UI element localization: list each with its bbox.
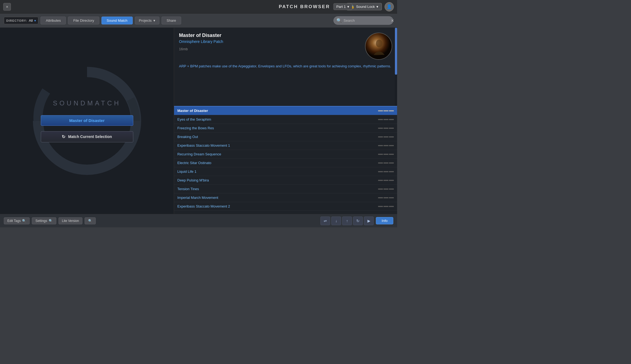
result-bar	[389, 180, 394, 181]
loop-button[interactable]: ↻	[353, 216, 363, 225]
zoom-button[interactable]: 🔍	[85, 217, 96, 224]
previous-button[interactable]: ↓	[331, 216, 341, 225]
result-name: Master of Disaster	[177, 109, 378, 113]
tab-sound-match[interactable]: Sound Match	[101, 17, 133, 24]
result-item[interactable]: Tension Tines	[174, 185, 397, 193]
info-scrollbar[interactable]	[395, 28, 397, 106]
result-bar	[389, 197, 394, 198]
app-title: PATCH BROWSER	[279, 4, 330, 10]
shuffle-icon: ⇌	[324, 219, 327, 223]
result-similarity-bars	[378, 206, 394, 207]
projects-button[interactable]: Projects ▾	[135, 17, 159, 24]
toolbar: DIRECTORY: All ▾ Attributes File Directo…	[0, 14, 397, 28]
result-bar	[383, 206, 388, 207]
title-center: PATCH BROWSER Part 1 ▾	[279, 3, 352, 10]
result-similarity-bars	[378, 119, 394, 120]
current-patch-button[interactable]: Master of Disaster	[41, 115, 133, 126]
result-bar	[389, 110, 394, 111]
next-button[interactable]: ↑	[342, 216, 352, 225]
right-panel: Master of Disaster Omnisphere Library Pa…	[174, 28, 397, 214]
chevron-down-icon: ▾	[347, 5, 349, 9]
result-item[interactable]: Master of Disaster	[174, 106, 397, 115]
result-bar	[383, 110, 388, 111]
search-box: 🔍 ✕	[333, 16, 393, 25]
result-name: Experibass Staccato Movement 2	[177, 204, 378, 208]
patch-type: Omnisphere Library Patch	[179, 39, 223, 44]
result-bar	[383, 154, 388, 155]
match-current-selection-button[interactable]: ↻ Match Current Selection	[41, 131, 133, 142]
result-item[interactable]: Electric Sitar Ostinato	[174, 159, 397, 167]
avatar[interactable]: 👤	[385, 2, 394, 11]
result-item[interactable]: Breaking Out	[174, 133, 397, 141]
result-bar	[378, 206, 383, 207]
result-bar	[378, 154, 383, 155]
result-similarity-bars	[378, 136, 394, 137]
soundmatch-label: SOUNDMATCH	[53, 99, 121, 107]
result-item[interactable]: Experibass Staccato Movement 2	[174, 202, 397, 211]
result-similarity-bars	[378, 171, 394, 172]
soundmatch-panel: SOUNDMATCH Master of Disaster ↻ Match Cu…	[0, 28, 174, 214]
result-bar	[378, 110, 383, 111]
info-button[interactable]: Info	[376, 217, 393, 224]
result-item[interactable]: Liquid Life 1	[174, 167, 397, 176]
result-bar	[383, 145, 388, 146]
result-bar	[378, 119, 383, 120]
result-item[interactable]: Imperial March Movement	[174, 193, 397, 202]
part-selector[interactable]: Part 1 ▾	[333, 3, 352, 10]
refresh-icon: ↻	[62, 134, 65, 139]
result-similarity-bars	[378, 180, 394, 181]
play-button[interactable]: ▶	[364, 216, 374, 225]
close-button[interactable]: ×	[3, 3, 11, 11]
result-similarity-bars	[378, 145, 394, 146]
results-list[interactable]: Master of DisasterEyes of the SeraphimFr…	[174, 106, 397, 214]
tab-file-directory[interactable]: File Directory	[68, 17, 99, 24]
result-name: Breaking Out	[177, 135, 378, 139]
result-similarity-bars	[378, 110, 394, 111]
lite-version-button[interactable]: Lite Version	[58, 217, 83, 224]
search-input[interactable]	[344, 18, 389, 23]
result-bar	[383, 162, 388, 164]
patch-info-header: Master of Disaster Omnisphere Library Pa…	[179, 33, 392, 60]
settings-button[interactable]: Settings 🔍	[32, 217, 56, 224]
result-item[interactable]: Deep Pulsing M'bira	[174, 176, 397, 185]
loop-icon: ↻	[356, 219, 360, 223]
directory-selector[interactable]: DIRECTORY: All ▾	[4, 17, 38, 24]
result-bar	[378, 162, 383, 164]
result-bar	[389, 119, 394, 120]
share-button[interactable]: Share	[162, 17, 181, 24]
result-name: Eyes of the Seraphim	[177, 117, 378, 121]
zoom-icon: 🔍	[88, 219, 92, 223]
gear-icon: 🔍	[49, 219, 53, 223]
result-name: Freezing the Bows Res	[177, 126, 378, 130]
result-name: Liquid Life 1	[177, 170, 378, 174]
patch-size: 16mb	[179, 47, 223, 51]
result-bar	[389, 171, 394, 172]
patch-name: Master of Disaster	[179, 33, 223, 38]
result-item[interactable]: Freezing the Bows Res	[174, 124, 397, 133]
chevron-down-icon: ▾	[376, 5, 378, 9]
result-name: Magnetic Aura	[177, 213, 378, 214]
result-bar	[378, 171, 383, 172]
result-bar	[389, 136, 394, 137]
result-item[interactable]: Experibass Staccato Movement 1	[174, 141, 397, 150]
main-content: SOUNDMATCH Master of Disaster ↻ Match Cu…	[0, 28, 397, 214]
result-item[interactable]: Recurring Dream Sequence	[174, 150, 397, 159]
result-similarity-bars	[378, 154, 394, 155]
edit-tags-button[interactable]: Edit Tags 🔍	[4, 217, 30, 224]
search-clear-button[interactable]: ✕	[391, 18, 394, 23]
result-name: Recurring Dream Sequence	[177, 152, 378, 156]
transport-controls: ⇌ ↓ ↑ ↻ ▶	[320, 216, 374, 225]
result-bar	[378, 145, 383, 146]
result-item[interactable]: Magnetic Aura	[174, 211, 397, 214]
patch-thumbnail	[365, 33, 392, 60]
chevron-down-icon: ▾	[153, 18, 155, 23]
tab-attributes[interactable]: Attributes	[41, 17, 66, 24]
shuffle-button[interactable]: ⇌	[320, 216, 330, 225]
info-scrollbar-thumb	[395, 28, 397, 75]
search-icon: 🔍	[22, 219, 26, 223]
user-icon: 👤	[386, 4, 392, 9]
bottom-bar: Edit Tags 🔍 Settings 🔍 Lite Version 🔍 ⇌ …	[0, 214, 397, 227]
result-bar	[378, 136, 383, 137]
result-item[interactable]: Eyes of the Seraphim	[174, 115, 397, 124]
result-similarity-bars	[378, 128, 394, 129]
